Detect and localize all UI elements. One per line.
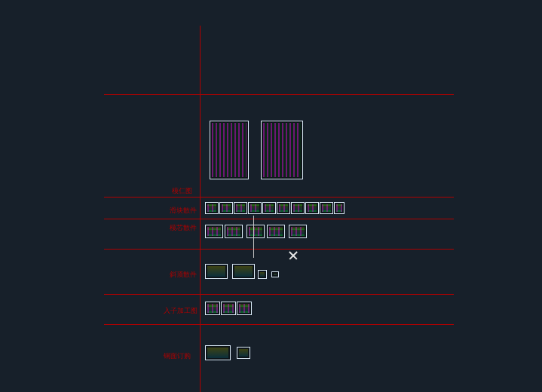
cad-viewport[interactable]: 模仁图 滑块散件 模芯散件 斜顶散件 入子加工图 铜面订购	[0, 0, 542, 392]
drawing-r2-9[interactable]	[320, 202, 333, 214]
drawing-r2-2[interactable]	[219, 202, 233, 214]
drawing-r4-3[interactable]	[258, 270, 267, 279]
guide-h-4	[104, 294, 454, 295]
guide-h-top	[104, 94, 454, 95]
drawing-r2-1[interactable]	[205, 202, 219, 214]
guide-h-5	[104, 324, 454, 325]
drawing-r6-2[interactable]	[237, 347, 250, 359]
guide-vertical	[200, 26, 201, 392]
drawing-r3-3[interactable]	[247, 225, 265, 238]
guide-h-1	[104, 197, 454, 198]
row-label-6: 铜面订购	[164, 351, 191, 361]
cursor-stem	[253, 216, 254, 258]
drawing-r3-2[interactable]	[225, 225, 243, 238]
row-label-3: 模芯散件	[170, 223, 197, 233]
drawing-r4-4[interactable]	[271, 271, 279, 277]
drawing-r3-4[interactable]	[267, 225, 285, 238]
drawing-r2-8[interactable]	[305, 202, 319, 214]
drawing-r5-3[interactable]	[237, 302, 252, 315]
drawing-r2-5[interactable]	[262, 202, 276, 214]
drawing-r2-3[interactable]	[234, 202, 247, 214]
drawing-r3-5[interactable]	[289, 225, 307, 238]
guide-h-3	[104, 249, 454, 250]
drawing-r6-1[interactable]	[205, 345, 231, 360]
drawing-r2-6[interactable]	[277, 202, 290, 214]
drawing-r2-10[interactable]	[334, 202, 344, 214]
row-label-5: 入子加工图	[164, 306, 198, 316]
drawing-r5-2[interactable]	[221, 302, 236, 315]
guide-h-2	[104, 219, 454, 219]
drawing-r4-1[interactable]	[205, 264, 228, 279]
row-label-4: 斜顶散件	[170, 270, 197, 280]
crosshair-cursor	[288, 255, 299, 265]
row-label-1: 模仁图	[172, 186, 192, 196]
drawing-r5-1[interactable]	[205, 302, 220, 315]
drawing-r1-2[interactable]	[261, 121, 303, 179]
drawing-r1-1[interactable]	[210, 121, 249, 179]
drawing-r3-1[interactable]	[205, 225, 223, 238]
drawing-r4-2[interactable]	[232, 264, 255, 279]
drawing-r2-7[interactable]	[291, 202, 305, 214]
drawing-r2-4[interactable]	[248, 202, 262, 214]
row-label-2: 滑块散件	[170, 206, 197, 216]
